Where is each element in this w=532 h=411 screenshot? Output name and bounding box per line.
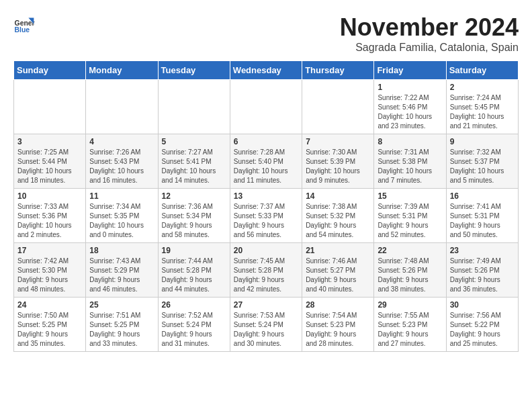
calendar-cell: 4Sunrise: 7:26 AM Sunset: 5:43 PM Daylig… [86, 134, 158, 189]
day-info: Sunrise: 7:30 AM Sunset: 5:39 PM Dayligh… [306, 148, 370, 185]
weekday-header-row: SundayMondayTuesdayWednesdayThursdayFrid… [14, 61, 519, 80]
day-number: 25 [89, 300, 154, 310]
day-info: Sunrise: 7:22 AM Sunset: 5:46 PM Dayligh… [378, 93, 442, 131]
calendar-cell: 29Sunrise: 7:55 AM Sunset: 5:23 PM Dayli… [374, 298, 446, 352]
calendar-cell: 2Sunrise: 7:24 AM Sunset: 5:45 PM Daylig… [446, 80, 518, 134]
day-info: Sunrise: 7:32 AM Sunset: 5:37 PM Dayligh… [450, 148, 515, 185]
calendar-cell: 13Sunrise: 7:37 AM Sunset: 5:33 PM Dayli… [230, 189, 302, 243]
day-number: 28 [306, 300, 370, 310]
day-number: 1 [378, 83, 442, 92]
day-info: Sunrise: 7:51 AM Sunset: 5:25 PM Dayligh… [89, 311, 154, 349]
week-row-2: 3Sunrise: 7:25 AM Sunset: 5:44 PM Daylig… [14, 134, 519, 189]
day-info: Sunrise: 7:52 AM Sunset: 5:24 PM Dayligh… [162, 311, 226, 349]
day-number: 17 [17, 246, 82, 255]
day-info: Sunrise: 7:49 AM Sunset: 5:26 PM Dayligh… [450, 257, 515, 294]
day-number: 10 [17, 191, 82, 201]
calendar-cell: 1Sunrise: 7:22 AM Sunset: 5:46 PM Daylig… [374, 80, 446, 134]
day-number: 13 [234, 191, 298, 201]
day-info: Sunrise: 7:31 AM Sunset: 5:38 PM Dayligh… [378, 148, 442, 185]
day-number: 18 [89, 246, 154, 255]
day-info: Sunrise: 7:34 AM Sunset: 5:35 PM Dayligh… [89, 202, 154, 240]
calendar-cell: 23Sunrise: 7:49 AM Sunset: 5:26 PM Dayli… [446, 243, 518, 298]
calendar-table: SundayMondayTuesdayWednesdayThursdayFrid… [13, 60, 519, 352]
svg-text:Blue: Blue [15, 26, 30, 34]
calendar-cell: 21Sunrise: 7:46 AM Sunset: 5:27 PM Dayli… [302, 243, 374, 298]
weekday-header-tuesday: Tuesday [158, 61, 230, 80]
calendar-cell: 12Sunrise: 7:36 AM Sunset: 5:34 PM Dayli… [158, 189, 230, 243]
logo: General Blue [13, 13, 35, 35]
day-info: Sunrise: 7:37 AM Sunset: 5:33 PM Dayligh… [234, 202, 298, 240]
calendar-cell [230, 80, 302, 134]
day-info: Sunrise: 7:24 AM Sunset: 5:45 PM Dayligh… [450, 93, 515, 131]
calendar-cell: 7Sunrise: 7:30 AM Sunset: 5:39 PM Daylig… [302, 134, 374, 189]
day-number: 14 [306, 191, 370, 201]
calendar-cell: 18Sunrise: 7:43 AM Sunset: 5:29 PM Dayli… [86, 243, 158, 298]
day-info: Sunrise: 7:38 AM Sunset: 5:32 PM Dayligh… [306, 202, 370, 240]
day-info: Sunrise: 7:45 AM Sunset: 5:28 PM Dayligh… [234, 257, 298, 294]
calendar-cell: 24Sunrise: 7:50 AM Sunset: 5:25 PM Dayli… [14, 298, 86, 352]
day-info: Sunrise: 7:27 AM Sunset: 5:41 PM Dayligh… [162, 148, 226, 185]
day-info: Sunrise: 7:48 AM Sunset: 5:26 PM Dayligh… [378, 257, 442, 294]
calendar-cell [302, 80, 374, 134]
calendar-cell: 5Sunrise: 7:27 AM Sunset: 5:41 PM Daylig… [158, 134, 230, 189]
calendar-cell: 30Sunrise: 7:56 AM Sunset: 5:22 PM Dayli… [446, 298, 518, 352]
calendar-cell [86, 80, 158, 134]
day-number: 27 [234, 300, 298, 310]
week-row-4: 17Sunrise: 7:42 AM Sunset: 5:30 PM Dayli… [14, 243, 519, 298]
day-number: 4 [89, 137, 154, 146]
calendar-cell: 9Sunrise: 7:32 AM Sunset: 5:37 PM Daylig… [446, 134, 518, 189]
day-number: 3 [17, 137, 82, 146]
day-number: 8 [378, 137, 442, 146]
day-number: 26 [162, 300, 226, 310]
day-info: Sunrise: 7:42 AM Sunset: 5:30 PM Dayligh… [17, 257, 82, 294]
weekday-header-sunday: Sunday [14, 61, 86, 80]
day-number: 15 [378, 191, 442, 201]
title-area: November 2024 Sagrada Familia, Catalonia… [340, 13, 519, 54]
day-info: Sunrise: 7:28 AM Sunset: 5:40 PM Dayligh… [234, 148, 298, 185]
day-info: Sunrise: 7:33 AM Sunset: 5:36 PM Dayligh… [17, 202, 82, 240]
calendar-cell: 25Sunrise: 7:51 AM Sunset: 5:25 PM Dayli… [86, 298, 158, 352]
day-info: Sunrise: 7:36 AM Sunset: 5:34 PM Dayligh… [162, 202, 226, 240]
day-info: Sunrise: 7:50 AM Sunset: 5:25 PM Dayligh… [17, 311, 82, 349]
calendar-cell: 14Sunrise: 7:38 AM Sunset: 5:32 PM Dayli… [302, 189, 374, 243]
day-info: Sunrise: 7:44 AM Sunset: 5:28 PM Dayligh… [162, 257, 226, 294]
day-number: 21 [306, 246, 370, 255]
weekday-header-monday: Monday [86, 61, 158, 80]
day-number: 23 [450, 246, 515, 255]
day-number: 12 [162, 191, 226, 201]
day-info: Sunrise: 7:55 AM Sunset: 5:23 PM Dayligh… [378, 311, 442, 349]
day-number: 16 [450, 191, 515, 201]
day-number: 22 [378, 246, 442, 255]
calendar-cell: 28Sunrise: 7:54 AM Sunset: 5:23 PM Dayli… [302, 298, 374, 352]
calendar-cell [158, 80, 230, 134]
calendar-cell: 22Sunrise: 7:48 AM Sunset: 5:26 PM Dayli… [374, 243, 446, 298]
calendar-cell: 26Sunrise: 7:52 AM Sunset: 5:24 PM Dayli… [158, 298, 230, 352]
week-row-5: 24Sunrise: 7:50 AM Sunset: 5:25 PM Dayli… [14, 298, 519, 352]
day-info: Sunrise: 7:53 AM Sunset: 5:24 PM Dayligh… [234, 311, 298, 349]
day-number: 2 [450, 83, 515, 92]
day-info: Sunrise: 7:26 AM Sunset: 5:43 PM Dayligh… [89, 148, 154, 185]
day-number: 24 [17, 300, 82, 310]
weekday-header-thursday: Thursday [302, 61, 374, 80]
week-row-3: 10Sunrise: 7:33 AM Sunset: 5:36 PM Dayli… [14, 189, 519, 243]
day-number: 20 [234, 246, 298, 255]
day-info: Sunrise: 7:56 AM Sunset: 5:22 PM Dayligh… [450, 311, 515, 349]
day-info: Sunrise: 7:39 AM Sunset: 5:31 PM Dayligh… [378, 202, 442, 240]
weekday-header-friday: Friday [374, 61, 446, 80]
calendar-cell: 6Sunrise: 7:28 AM Sunset: 5:40 PM Daylig… [230, 134, 302, 189]
day-number: 5 [162, 137, 226, 146]
weekday-header-wednesday: Wednesday [230, 61, 302, 80]
day-number: 19 [162, 246, 226, 255]
day-info: Sunrise: 7:54 AM Sunset: 5:23 PM Dayligh… [306, 311, 370, 349]
calendar-cell: 19Sunrise: 7:44 AM Sunset: 5:28 PM Dayli… [158, 243, 230, 298]
calendar-cell [14, 80, 86, 134]
header: General Blue November 2024 Sagrada Famil… [13, 13, 519, 54]
calendar-cell: 16Sunrise: 7:41 AM Sunset: 5:31 PM Dayli… [446, 189, 518, 243]
day-number: 11 [89, 191, 154, 201]
calendar-cell: 27Sunrise: 7:53 AM Sunset: 5:24 PM Dayli… [230, 298, 302, 352]
calendar-cell: 3Sunrise: 7:25 AM Sunset: 5:44 PM Daylig… [14, 134, 86, 189]
calendar-cell: 20Sunrise: 7:45 AM Sunset: 5:28 PM Dayli… [230, 243, 302, 298]
month-title: November 2024 [340, 13, 519, 42]
day-number: 29 [378, 300, 442, 310]
day-info: Sunrise: 7:46 AM Sunset: 5:27 PM Dayligh… [306, 257, 370, 294]
